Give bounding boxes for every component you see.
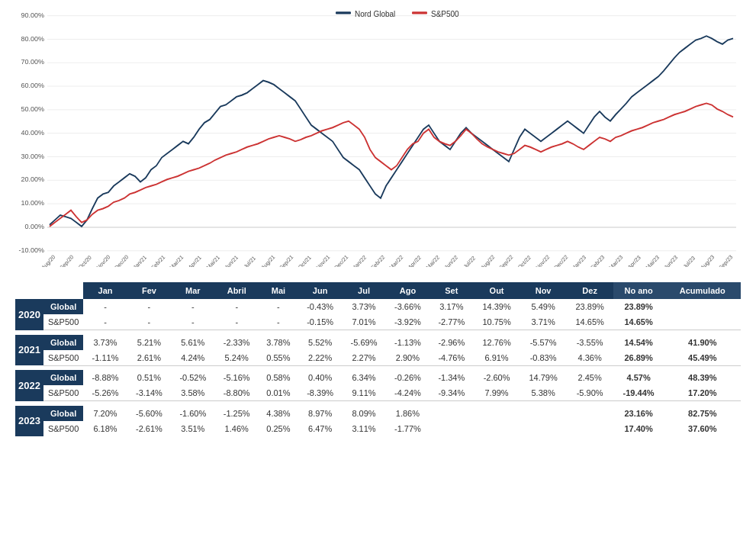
header-jul: Jul xyxy=(342,282,385,299)
cell-2023-sp-acum: 37.60% xyxy=(664,421,741,436)
label-global-2020: Global xyxy=(43,299,83,314)
cell-2020-sp-out: 10.75% xyxy=(474,314,520,330)
cell-2020-global-abril: - xyxy=(215,299,259,314)
cell-2020-sp-mar: - xyxy=(171,314,214,330)
cell-2020-global-mai: - xyxy=(259,299,298,314)
data-table: Jan Fev Mar Abril Mai Jun Jul Ago Set Ou… xyxy=(15,282,741,436)
label-global-2021: Global xyxy=(43,335,83,350)
svg-text:Aug/22: Aug/22 xyxy=(479,253,496,267)
cell-2020-global-set: 3.17% xyxy=(429,299,473,314)
cell-2021-global-noano: 14.54% xyxy=(613,335,664,350)
cell-2021-sp-nov: -0.83% xyxy=(520,350,567,366)
svg-text:Jan/21: Jan/21 xyxy=(132,254,148,267)
label-sp-2021: S&P500 xyxy=(43,350,83,366)
table-row: S&P500 -5.26% -3.14% 3.58% -8.80% 0.01% … xyxy=(15,385,741,401)
cell-2020-sp-fev: - xyxy=(127,314,171,330)
cell-2020-sp-dez: 14.65% xyxy=(567,314,613,330)
cell-2022-sp-mai: 0.01% xyxy=(259,385,298,401)
cell-2023-sp-dez xyxy=(567,421,613,436)
cell-2020-global-mar: - xyxy=(171,299,214,314)
cell-2023-sp-mar: 3.51% xyxy=(171,421,214,436)
cell-2020-global-out: 14.39% xyxy=(474,299,520,314)
svg-text:Dec/21: Dec/21 xyxy=(333,253,349,267)
cell-2021-global-set: -2.96% xyxy=(429,335,473,350)
cell-2020-sp-acum xyxy=(664,314,741,330)
svg-text:Sep/22: Sep/22 xyxy=(497,253,514,267)
svg-text:-10.00%: -10.00% xyxy=(19,246,44,254)
cell-2023-sp-abril: 1.46% xyxy=(215,421,259,436)
cell-2020-sp-set: -2.77% xyxy=(429,314,473,330)
header-set: Set xyxy=(429,282,473,299)
cell-2021-sp-mar: 4.24% xyxy=(171,350,214,366)
cell-2020-global-ago: -3.66% xyxy=(386,299,429,314)
header-empty2 xyxy=(43,282,83,299)
svg-text:Apr/22: Apr/22 xyxy=(407,254,423,267)
cell-2021-sp-jan: -1.11% xyxy=(83,350,127,366)
svg-text:Mar/23: Mar/23 xyxy=(608,253,625,267)
cell-2023-sp-noano: 17.40% xyxy=(613,421,664,436)
cell-2023-sp-out xyxy=(474,421,520,436)
svg-text:Oct/20: Oct/20 xyxy=(77,254,93,267)
cell-2021-global-mar: 5.61% xyxy=(171,335,214,350)
cell-2021-global-abril: -2.33% xyxy=(215,335,259,350)
cell-2021-global-jul: -5.69% xyxy=(342,335,385,350)
cell-2022-sp-mar: 3.58% xyxy=(171,385,214,401)
cell-2023-global-jan: 7.20% xyxy=(83,406,127,421)
cell-2023-global-ago: 1.86% xyxy=(386,406,429,421)
cell-2022-sp-dez: -5.90% xyxy=(567,385,613,401)
cell-2020-sp-ago: -3.92% xyxy=(386,314,429,330)
svg-text:Apr/21: Apr/21 xyxy=(187,254,203,267)
svg-text:Jan/23: Jan/23 xyxy=(571,254,587,267)
svg-text:Aug/20: Aug/20 xyxy=(40,253,56,267)
cell-2021-global-out: 12.76% xyxy=(474,335,520,350)
svg-text:30.00%: 30.00% xyxy=(21,152,44,159)
cell-2020-sp-nov: 3.71% xyxy=(520,314,567,330)
cell-2023-global-set xyxy=(429,406,473,421)
year-2020: 2020 xyxy=(15,299,43,330)
cell-2023-sp-jul: 3.11% xyxy=(342,421,385,436)
svg-text:Nov/21: Nov/21 xyxy=(314,253,331,267)
cell-2023-global-dez xyxy=(567,406,613,421)
chart-svg: 90.00% 80.00% 70.00% 60.00% 50.00% 40.00… xyxy=(15,8,741,267)
svg-text:Jun/23: Jun/23 xyxy=(663,254,679,267)
cell-2022-global-jul: 6.34% xyxy=(342,370,385,385)
cell-2023-sp-jan: 6.18% xyxy=(83,421,127,436)
svg-text:Sep/23: Sep/23 xyxy=(717,253,734,267)
cell-2021-global-jun: 5.52% xyxy=(298,335,342,350)
cell-2023-global-jun: 8.97% xyxy=(298,406,342,421)
header-abril: Abril xyxy=(215,282,259,299)
svg-text:Feb/21: Feb/21 xyxy=(150,253,166,267)
cell-2021-sp-jul: 2.27% xyxy=(342,350,385,366)
svg-text:Oct/21: Oct/21 xyxy=(297,254,313,267)
label-sp-2020: S&P500 xyxy=(43,314,83,330)
cell-2020-global-jul: 3.73% xyxy=(342,299,385,314)
svg-text:Nord Global: Nord Global xyxy=(355,9,395,18)
cell-2023-global-mar: -1.60% xyxy=(171,406,214,421)
cell-2022-sp-noano: -19.44% xyxy=(613,385,664,401)
label-sp-2023: S&P500 xyxy=(43,421,83,436)
cell-2022-sp-set: -9.34% xyxy=(429,385,473,401)
cell-2021-sp-dez: 4.36% xyxy=(567,350,613,366)
svg-text:70.00%: 70.00% xyxy=(21,58,44,66)
cell-2022-sp-fev: -3.14% xyxy=(127,385,171,401)
cell-2021-global-ago: -1.13% xyxy=(386,335,429,350)
label-global-2023: Global xyxy=(43,406,83,421)
cell-2020-sp-noano: 14.65% xyxy=(613,314,664,330)
cell-2020-sp-mai: - xyxy=(259,314,298,330)
svg-text:Jul/21: Jul/21 xyxy=(243,255,257,267)
cell-2022-global-dez: 2.45% xyxy=(567,370,613,385)
table-row: 2020 Global - - - - - -0.43% 3.73% -3.66… xyxy=(15,299,741,314)
cell-2021-global-fev: 5.21% xyxy=(127,335,171,350)
cell-2021-global-mai: 3.78% xyxy=(259,335,298,350)
cell-2022-global-noano: 4.57% xyxy=(613,370,664,385)
cell-2020-global-noano: 23.89% xyxy=(613,299,664,314)
svg-text:Aug/21: Aug/21 xyxy=(259,253,276,267)
svg-text:Oct/22: Oct/22 xyxy=(516,254,532,267)
svg-text:50.00%: 50.00% xyxy=(21,105,44,113)
cell-2023-sp-set xyxy=(429,421,473,436)
cell-2023-global-jul: 8.09% xyxy=(342,406,385,421)
table-header-row: Jan Fev Mar Abril Mai Jun Jul Ago Set Ou… xyxy=(15,282,741,299)
cell-2023-global-acum: 82.75% xyxy=(664,406,741,421)
cell-2021-sp-acum: 45.49% xyxy=(664,350,741,366)
cell-2020-sp-jul: 7.01% xyxy=(342,314,385,330)
